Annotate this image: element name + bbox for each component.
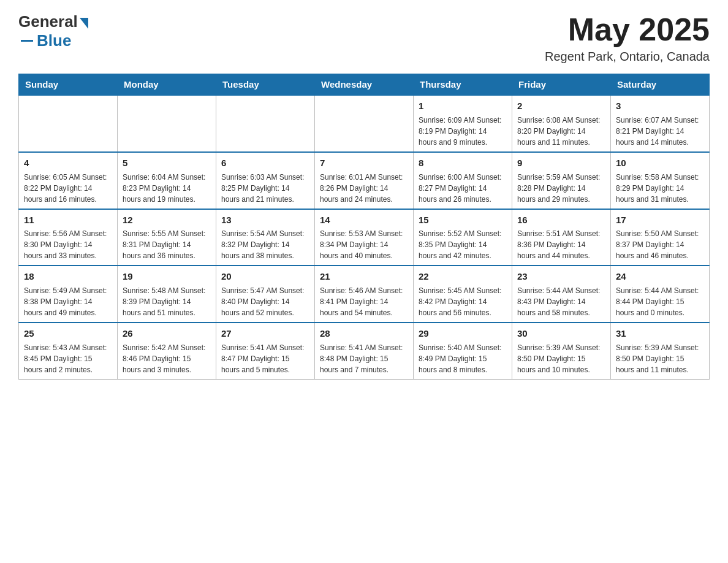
week-row-2: 4Sunrise: 6:05 AM Sunset: 8:22 PM Daylig… bbox=[19, 152, 710, 209]
calendar-cell-4-1: 18Sunrise: 5:49 AM Sunset: 8:38 PM Dayli… bbox=[19, 266, 118, 323]
logo-general-text: General bbox=[18, 12, 78, 31]
day-number: 18 bbox=[24, 270, 112, 283]
day-info: Sunrise: 6:04 AM Sunset: 8:23 PM Dayligh… bbox=[123, 172, 211, 205]
calendar-cell-2-4: 7Sunrise: 6:01 AM Sunset: 8:26 PM Daylig… bbox=[315, 152, 414, 209]
day-number: 22 bbox=[419, 270, 507, 283]
month-title: May 2025 bbox=[545, 12, 710, 47]
day-info: Sunrise: 6:01 AM Sunset: 8:26 PM Dayligh… bbox=[320, 172, 408, 205]
day-info: Sunrise: 5:51 AM Sunset: 8:36 PM Dayligh… bbox=[517, 228, 605, 261]
calendar-cell-5-1: 25Sunrise: 5:43 AM Sunset: 8:45 PM Dayli… bbox=[19, 323, 118, 379]
calendar-cell-5-2: 26Sunrise: 5:42 AM Sunset: 8:46 PM Dayli… bbox=[118, 323, 216, 379]
calendar-cell-2-5: 8Sunrise: 6:00 AM Sunset: 8:27 PM Daylig… bbox=[414, 152, 512, 209]
day-number: 30 bbox=[517, 327, 605, 340]
day-info: Sunrise: 6:08 AM Sunset: 8:20 PM Dayligh… bbox=[517, 115, 605, 148]
weekday-header-thursday: Thursday bbox=[414, 74, 512, 96]
day-info: Sunrise: 5:43 AM Sunset: 8:45 PM Dayligh… bbox=[24, 342, 112, 375]
day-info: Sunrise: 5:55 AM Sunset: 8:31 PM Dayligh… bbox=[123, 228, 211, 261]
day-number: 11 bbox=[24, 213, 112, 227]
calendar-cell-3-4: 14Sunrise: 5:53 AM Sunset: 8:34 PM Dayli… bbox=[315, 209, 414, 266]
calendar-table: SundayMondayTuesdayWednesdayThursdayFrid… bbox=[18, 74, 710, 380]
calendar-cell-3-6: 16Sunrise: 5:51 AM Sunset: 8:36 PM Dayli… bbox=[512, 209, 611, 266]
calendar-cell-1-6: 2Sunrise: 6:08 AM Sunset: 8:20 PM Daylig… bbox=[512, 95, 611, 152]
calendar-cell-4-7: 24Sunrise: 5:44 AM Sunset: 8:44 PM Dayli… bbox=[611, 266, 710, 323]
day-number: 4 bbox=[24, 156, 112, 170]
day-info: Sunrise: 5:40 AM Sunset: 8:49 PM Dayligh… bbox=[419, 342, 507, 375]
calendar-cell-3-5: 15Sunrise: 5:52 AM Sunset: 8:35 PM Dayli… bbox=[414, 209, 512, 266]
day-number: 12 bbox=[123, 213, 211, 227]
day-info: Sunrise: 6:09 AM Sunset: 8:19 PM Dayligh… bbox=[419, 115, 507, 148]
day-number: 21 bbox=[320, 270, 408, 283]
day-info: Sunrise: 6:05 AM Sunset: 8:22 PM Dayligh… bbox=[24, 172, 112, 205]
calendar-cell-5-6: 30Sunrise: 5:39 AM Sunset: 8:50 PM Dayli… bbox=[512, 323, 611, 379]
calendar-cell-5-3: 27Sunrise: 5:41 AM Sunset: 8:47 PM Dayli… bbox=[216, 323, 315, 379]
day-info: Sunrise: 5:41 AM Sunset: 8:48 PM Dayligh… bbox=[320, 342, 408, 375]
day-number: 7 bbox=[320, 156, 408, 170]
day-number: 26 bbox=[123, 327, 211, 340]
calendar-cell-4-2: 19Sunrise: 5:48 AM Sunset: 8:39 PM Dayli… bbox=[118, 266, 216, 323]
day-info: Sunrise: 5:44 AM Sunset: 8:44 PM Dayligh… bbox=[616, 285, 704, 318]
weekday-header-sunday: Sunday bbox=[19, 74, 118, 96]
calendar-cell-4-6: 23Sunrise: 5:44 AM Sunset: 8:43 PM Dayli… bbox=[512, 266, 611, 323]
day-number: 27 bbox=[221, 327, 309, 340]
calendar-cell-1-2 bbox=[118, 95, 216, 152]
calendar-cell-2-1: 4Sunrise: 6:05 AM Sunset: 8:22 PM Daylig… bbox=[19, 152, 118, 209]
logo-line bbox=[21, 40, 33, 42]
calendar-cell-2-2: 5Sunrise: 6:04 AM Sunset: 8:23 PM Daylig… bbox=[118, 152, 216, 209]
calendar-cell-1-3 bbox=[216, 95, 315, 152]
day-number: 1 bbox=[419, 99, 507, 113]
day-info: Sunrise: 5:58 AM Sunset: 8:29 PM Dayligh… bbox=[616, 172, 704, 205]
calendar-header-row: SundayMondayTuesdayWednesdayThursdayFrid… bbox=[19, 74, 710, 96]
day-number: 15 bbox=[419, 213, 507, 227]
calendar-cell-5-5: 29Sunrise: 5:40 AM Sunset: 8:49 PM Dayli… bbox=[414, 323, 512, 379]
calendar-cell-1-7: 3Sunrise: 6:07 AM Sunset: 8:21 PM Daylig… bbox=[611, 95, 710, 152]
logo: General Blue bbox=[18, 12, 88, 50]
day-number: 24 bbox=[616, 270, 704, 283]
page-header: General Blue May 2025 Regent Park, Ontar… bbox=[18, 12, 710, 64]
calendar-cell-4-4: 21Sunrise: 5:46 AM Sunset: 8:41 PM Dayli… bbox=[315, 266, 414, 323]
weekday-header-tuesday: Tuesday bbox=[216, 74, 315, 96]
day-info: Sunrise: 5:48 AM Sunset: 8:39 PM Dayligh… bbox=[123, 285, 211, 318]
day-number: 6 bbox=[221, 156, 309, 170]
day-info: Sunrise: 5:42 AM Sunset: 8:46 PM Dayligh… bbox=[123, 342, 211, 375]
weekday-header-monday: Monday bbox=[118, 74, 216, 96]
location-subtitle: Regent Park, Ontario, Canada bbox=[545, 50, 710, 64]
day-info: Sunrise: 6:07 AM Sunset: 8:21 PM Dayligh… bbox=[616, 115, 704, 148]
calendar-cell-1-5: 1Sunrise: 6:09 AM Sunset: 8:19 PM Daylig… bbox=[414, 95, 512, 152]
day-info: Sunrise: 5:54 AM Sunset: 8:32 PM Dayligh… bbox=[221, 228, 309, 261]
calendar-cell-3-2: 12Sunrise: 5:55 AM Sunset: 8:31 PM Dayli… bbox=[118, 209, 216, 266]
day-number: 13 bbox=[221, 213, 309, 227]
day-info: Sunrise: 5:47 AM Sunset: 8:40 PM Dayligh… bbox=[221, 285, 309, 318]
calendar-cell-2-7: 10Sunrise: 5:58 AM Sunset: 8:29 PM Dayli… bbox=[611, 152, 710, 209]
day-number: 28 bbox=[320, 327, 408, 340]
weekday-header-friday: Friday bbox=[512, 74, 611, 96]
day-number: 2 bbox=[517, 99, 605, 113]
day-info: Sunrise: 5:45 AM Sunset: 8:42 PM Dayligh… bbox=[419, 285, 507, 318]
day-info: Sunrise: 5:53 AM Sunset: 8:34 PM Dayligh… bbox=[320, 228, 408, 261]
calendar-cell-5-4: 28Sunrise: 5:41 AM Sunset: 8:48 PM Dayli… bbox=[315, 323, 414, 379]
week-row-5: 25Sunrise: 5:43 AM Sunset: 8:45 PM Dayli… bbox=[19, 323, 710, 379]
week-row-4: 18Sunrise: 5:49 AM Sunset: 8:38 PM Dayli… bbox=[19, 266, 710, 323]
day-info: Sunrise: 5:59 AM Sunset: 8:28 PM Dayligh… bbox=[517, 172, 605, 205]
day-info: Sunrise: 5:39 AM Sunset: 8:50 PM Dayligh… bbox=[517, 342, 605, 375]
week-row-3: 11Sunrise: 5:56 AM Sunset: 8:30 PM Dayli… bbox=[19, 209, 710, 266]
day-number: 23 bbox=[517, 270, 605, 283]
title-area: May 2025 Regent Park, Ontario, Canada bbox=[545, 12, 710, 64]
logo-triangle-icon bbox=[80, 18, 88, 29]
week-row-1: 1Sunrise: 6:09 AM Sunset: 8:19 PM Daylig… bbox=[19, 95, 710, 152]
day-info: Sunrise: 5:46 AM Sunset: 8:41 PM Dayligh… bbox=[320, 285, 408, 318]
day-number: 19 bbox=[123, 270, 211, 283]
calendar-cell-1-4 bbox=[315, 95, 414, 152]
day-number: 25 bbox=[24, 327, 112, 340]
calendar-cell-4-3: 20Sunrise: 5:47 AM Sunset: 8:40 PM Dayli… bbox=[216, 266, 315, 323]
weekday-header-wednesday: Wednesday bbox=[315, 74, 414, 96]
calendar-cell-3-3: 13Sunrise: 5:54 AM Sunset: 8:32 PM Dayli… bbox=[216, 209, 315, 266]
day-number: 20 bbox=[221, 270, 309, 283]
weekday-header-saturday: Saturday bbox=[611, 74, 710, 96]
day-number: 17 bbox=[616, 213, 704, 227]
day-number: 10 bbox=[616, 156, 704, 170]
day-number: 16 bbox=[517, 213, 605, 227]
day-info: Sunrise: 5:44 AM Sunset: 8:43 PM Dayligh… bbox=[517, 285, 605, 318]
calendar-cell-5-7: 31Sunrise: 5:39 AM Sunset: 8:50 PM Dayli… bbox=[611, 323, 710, 379]
day-info: Sunrise: 5:41 AM Sunset: 8:47 PM Dayligh… bbox=[221, 342, 309, 375]
calendar-cell-3-1: 11Sunrise: 5:56 AM Sunset: 8:30 PM Dayli… bbox=[19, 209, 118, 266]
